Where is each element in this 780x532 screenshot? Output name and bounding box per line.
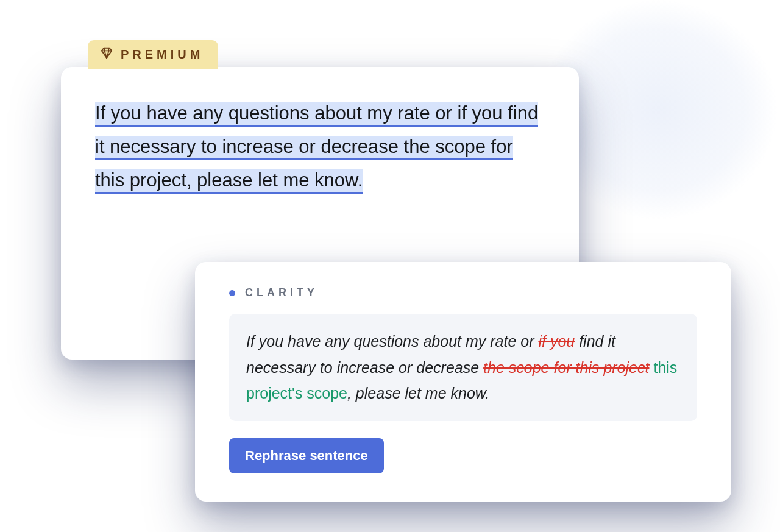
- premium-badge-label: PREMIUM: [121, 48, 204, 62]
- deleted-text: the scope for this project: [483, 359, 649, 376]
- rephrase-button[interactable]: Rephrase sentence: [229, 438, 384, 473]
- diamond-icon: [100, 46, 113, 63]
- category-dot-icon: [229, 290, 235, 296]
- deleted-text: if you: [538, 333, 575, 350]
- suggestion-category-label: CLARITY: [245, 286, 318, 299]
- suggestion-card: CLARITY If you have any questions about …: [195, 262, 731, 502]
- editor-text[interactable]: If you have any questions about my rate …: [95, 96, 545, 197]
- suggestion-text: If you have any questions about my rate …: [246, 333, 538, 350]
- suggestion-body: If you have any questions about my rate …: [229, 314, 697, 421]
- suggestion-text: , please let me know.: [347, 385, 489, 402]
- premium-badge: PREMIUM: [88, 40, 218, 69]
- highlighted-sentence[interactable]: If you have any questions about my rate …: [95, 102, 538, 194]
- suggestion-header: CLARITY: [229, 286, 697, 299]
